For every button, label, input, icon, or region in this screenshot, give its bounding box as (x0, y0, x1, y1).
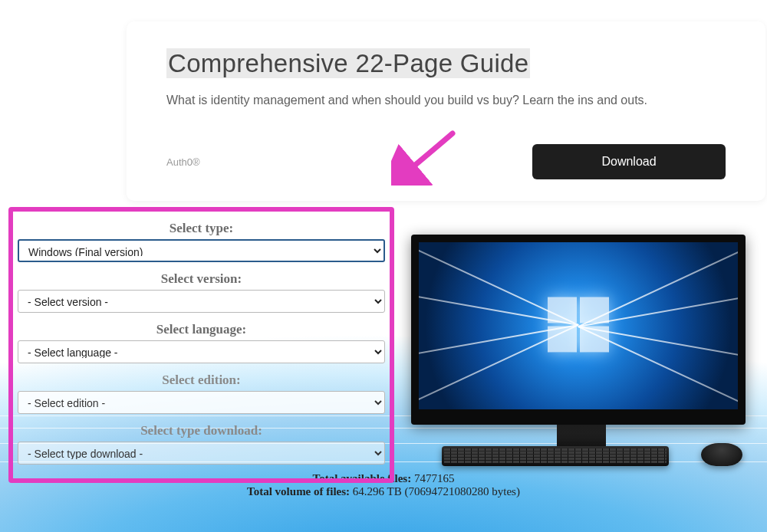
selection-panel: Select type: Windows (Final version) Sel… (8, 207, 394, 483)
label-language: Select language: (18, 319, 385, 340)
keyboard-image (442, 446, 669, 466)
select-edition[interactable]: - Select edition - (18, 391, 385, 414)
label-edition: Select edition: (18, 369, 385, 391)
ad-title[interactable]: Comprehensive 22-Page Guide (166, 48, 530, 78)
stats-volume-label: Total volume of files: (247, 485, 350, 498)
mouse-image (701, 443, 742, 466)
label-download-type: Select type download: (18, 420, 385, 442)
label-type: Select type: (18, 218, 385, 239)
ad-description: What is identity management and when sho… (166, 92, 726, 109)
select-type[interactable]: Windows (Final version) (18, 239, 385, 262)
stats-volume-value: 64.296 TB (70694721080280 bytes) (353, 485, 520, 498)
monitor-screen (419, 242, 738, 409)
ad-brand: Auth0® (166, 156, 200, 168)
stats-files-value: 7477165 (414, 472, 455, 484)
monitor-frame (411, 235, 746, 425)
ad-card: Comprehensive 22-Page Guide What is iden… (127, 21, 765, 201)
select-version[interactable]: - Select version - (18, 290, 385, 313)
windows-logo-icon (548, 297, 609, 353)
label-version: Select version: (18, 268, 385, 290)
product-image (407, 228, 744, 468)
download-button[interactable]: Download (532, 144, 726, 179)
select-download-type[interactable]: - Select type download - (18, 442, 385, 465)
select-language[interactable]: - Select language - (18, 340, 385, 363)
